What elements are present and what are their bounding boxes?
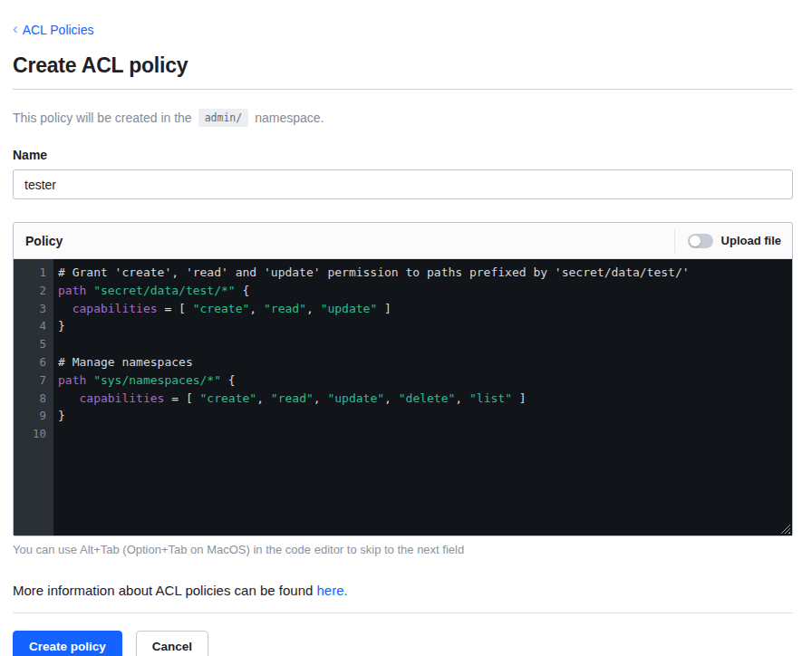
toggle-knob-icon — [690, 236, 701, 246]
line-number: 7 — [14, 371, 46, 390]
code-line: capabilities = [ "create", "read", "upda… — [58, 390, 792, 408]
breadcrumb-label: ACL Policies — [23, 23, 94, 37]
line-number: 8 — [14, 390, 46, 408]
form-actions: Create policy Cancel — [13, 631, 793, 656]
line-number: 9 — [14, 407, 46, 425]
code-line — [58, 335, 792, 353]
code-line: path "sys/namespaces/*" { — [58, 371, 792, 390]
code-editor-gutter: 12345678910 — [14, 259, 53, 535]
namespace-badge: admin/ — [198, 109, 249, 127]
info-sentence: More information about ACL policies can … — [13, 583, 793, 613]
upload-file-toggle[interactable] — [688, 234, 713, 248]
page-title: Create ACL policy — [13, 53, 793, 90]
create-policy-button[interactable]: Create policy — [13, 631, 122, 656]
code-editor[interactable]: 12345678910 # Grant 'create', 'read' and… — [14, 259, 792, 535]
docs-link[interactable]: here. — [316, 583, 347, 598]
upload-file-label: Upload file — [721, 234, 781, 247]
line-number: 1 — [14, 264, 46, 282]
code-line: capabilities = [ "create", "read", "upda… — [58, 300, 792, 318]
code-line: } — [58, 317, 792, 335]
policy-name-input[interactable] — [13, 169, 793, 199]
line-number: 6 — [14, 353, 46, 371]
policy-panel: Policy Upload file 12345678910 # Grant '… — [13, 222, 793, 536]
namespace-notice: This policy will be created in the admin… — [13, 109, 793, 127]
breadcrumb[interactable]: ‹ ACL Policies — [13, 23, 94, 37]
namespace-notice-suffix: namespace. — [255, 111, 324, 125]
line-number: 4 — [14, 317, 46, 335]
line-number: 10 — [14, 425, 46, 443]
create-acl-policy-page: ‹ ACL Policies Create ACL policy This po… — [0, 0, 812, 656]
info-text: More information about ACL policies can … — [13, 583, 316, 598]
policy-panel-header-right: Upload file — [674, 229, 781, 253]
code-editor-lines[interactable]: # Grant 'create', 'read' and 'update' pe… — [53, 259, 792, 535]
line-number: 2 — [14, 282, 46, 300]
code-line: # Manage namespaces — [58, 353, 792, 371]
namespace-notice-prefix: This policy will be created in the — [13, 111, 192, 125]
name-label: Name — [13, 148, 793, 162]
policy-panel-header: Policy Upload file — [14, 223, 792, 259]
code-line: path "secret/data/test/*" { — [58, 282, 792, 300]
editor-helper-text: You can use Alt+Tab (Option+Tab on MacOS… — [13, 543, 793, 556]
code-line — [58, 425, 792, 443]
policy-panel-title: Policy — [25, 234, 63, 248]
chevron-left-icon: ‹ — [13, 23, 18, 35]
code-line: } — [58, 407, 792, 425]
line-number: 5 — [14, 335, 46, 353]
line-number: 3 — [14, 300, 46, 318]
header-divider — [674, 229, 675, 253]
cancel-button[interactable]: Cancel — [136, 631, 208, 656]
code-line: # Grant 'create', 'read' and 'update' pe… — [58, 264, 792, 282]
